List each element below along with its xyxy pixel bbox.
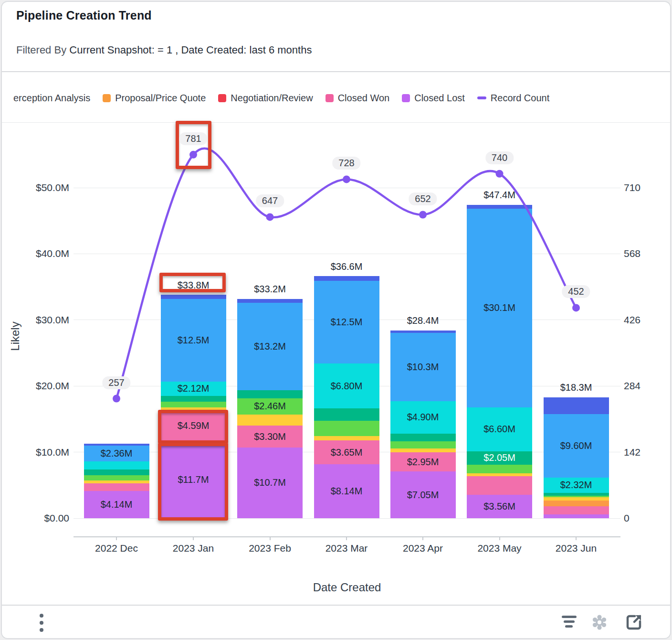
bar-total-label: $36.6M [314,260,379,273]
bar-segment-closed-won[interactable]: $2.95M [390,452,456,472]
bar-segment-perception-analysis[interactable] [237,415,303,426]
bar-segment-stage-darkblue[interactable] [161,295,226,299]
x-axis-tick [346,537,347,540]
bar-segment-stage-cyan[interactable]: $2.12M [161,382,226,395]
bar-segment-closed-won[interactable]: $3.30M [237,426,303,448]
bar-segment-closed-lost[interactable]: $3.56M [467,495,532,518]
bar-segment-stage-teal[interactable] [84,469,149,476]
right-axis-tick-label: 142 [624,447,640,458]
bar-total-label: $28.4M [390,315,456,327]
bar-segment-closed-lost[interactable]: $10.7M [237,448,303,518]
bar-segment-closed-won[interactable] [467,476,532,495]
bar-segment-closed-lost[interactable] [544,514,609,518]
y-axis-tick-label: $20.0M [16,380,69,392]
bar-segment-stage-blue[interactable]: $9.60M [544,414,609,478]
record-count-point[interactable] [266,213,274,221]
bar-segment-closed-won[interactable] [84,483,149,491]
bar-segment-stage-green[interactable] [544,496,609,497]
record-count-badge: 740 [485,151,514,164]
bar-total-label: $33.8M [161,279,226,291]
bar-segment-stage-green[interactable] [390,441,456,448]
bar-segment-stage-darkblue[interactable] [84,444,149,446]
record-count-point[interactable] [572,304,580,311]
bar-segment-stage-blue[interactable]: $30.1M [467,209,532,408]
segment-value-label: $4.90M [390,401,456,434]
bar-total-label: $33.2M [237,283,303,296]
settings-gear-icon[interactable] [591,614,608,631]
export-icon[interactable] [625,614,642,631]
bar-segment-closed-lost[interactable]: $7.05M [390,471,456,518]
segment-value-label: $4.14M [84,491,149,518]
segment-value-label: $10.3M [390,333,456,401]
bar-segment-stage-green[interactable] [161,402,226,407]
gridline-$40.0M [74,254,620,254]
x-axis-label-2023-Jan: 2023 Jan [155,543,231,554]
right-axis-tick-label: 0 [624,512,630,524]
bar-segment-closed-won[interactable] [544,506,609,514]
record-count-badge: 728 [332,157,360,170]
bar-segment-stage-teal[interactable] [161,396,226,402]
segment-value-label: $7.05M [390,471,456,518]
bar-segment-stage-darkblue[interactable] [237,299,303,303]
x-axis-tick [270,537,271,540]
segment-value-label: $6.80M [314,363,379,408]
bar-segment-closed-won[interactable]: $3.65M [314,440,379,465]
chart-plot-area: $0.00$10.0M$20.0M$30.0M$40.0M$50.0M01422… [2,2,671,639]
segment-value-label: $12.5M [161,299,226,382]
bar-segment-stage-darkblue[interactable] [467,205,532,209]
bar-segment-stage-blue[interactable]: $12.5M [161,299,226,382]
record-count-badge: 652 [409,192,437,205]
filter-icon[interactable] [560,614,578,631]
bar-segment-stage-darkblue[interactable] [544,397,609,414]
segment-value-label: $2.05M [467,451,532,465]
bar-segment-stage-teal[interactable] [237,390,303,398]
segment-value-label: $2.12M [161,382,226,395]
x-axis-tick [193,537,194,540]
record-count-point[interactable] [419,211,427,219]
segment-value-label: $10.7M [237,448,303,518]
bar-segment-perception-analysis[interactable] [390,448,456,452]
chart-card: Pipeline Creation Trend Filtered By Curr… [1,1,671,639]
bar-segment-stage-blue[interactable]: $2.36M [84,446,149,461]
bar-segment-stage-teal[interactable] [314,408,379,421]
bar-segment-stage-blue[interactable]: $10.3M [390,333,456,401]
x-axis-line [74,536,620,537]
bar-segment-stage-darkblue[interactable] [390,331,456,333]
bar-segment-stage-teal[interactable]: $2.05M [467,451,532,465]
segment-value-label: $9.60M [544,414,609,478]
bar-segment-stage-cyan[interactable]: $6.80M [314,363,379,408]
record-count-point[interactable] [113,395,120,403]
kebab-menu-icon[interactable] [34,609,49,636]
y-axis-tick-label: $30.0M [16,314,69,326]
segment-value-label: $6.60M [467,407,532,451]
bar-segment-closed-lost[interactable]: $4.14M [84,491,149,518]
bar-segment-stage-teal[interactable] [544,493,609,496]
bar-segment-perception-analysis[interactable] [467,473,532,476]
bar-segment-stage-green[interactable] [467,465,532,474]
record-count-point[interactable] [496,170,504,178]
bar-segment-proposal-price-quote[interactable] [544,501,609,506]
segment-value-label: $2.95M [390,452,456,472]
y-axis-tick-label: $0.00 [16,512,69,524]
bar-segment-stage-blue[interactable]: $13.2M [237,303,303,390]
bar-segment-perception-analysis[interactable] [544,497,609,501]
bar-segment-stage-cyan[interactable] [84,461,149,469]
bar-segment-perception-analysis[interactable] [84,480,149,483]
bar-segment-stage-green[interactable] [84,475,149,480]
bar-segment-stage-teal[interactable] [390,434,456,442]
segment-value-label: $2.46M [237,398,303,415]
bar-segment-stage-cyan[interactable]: $2.32M [544,478,609,493]
record-count-badge: 452 [562,285,590,298]
segment-value-label: $2.32M [544,478,609,493]
bar-segment-stage-cyan[interactable]: $6.60M [467,407,532,451]
bar-segment-stage-darkblue[interactable] [314,276,379,281]
bar-segment-stage-green[interactable]: $2.46M [237,398,303,415]
bar-segment-perception-analysis[interactable] [314,436,379,440]
bar-segment-stage-cyan[interactable]: $4.90M [390,401,456,434]
record-count-point[interactable] [343,175,350,183]
right-axis-tick-label: 568 [624,248,640,259]
bar-segment-stage-blue[interactable]: $12.5M [314,281,379,363]
bar-segment-closed-lost[interactable]: $8.14M [314,464,379,518]
bar-segment-stage-green[interactable] [314,421,379,436]
segment-value-label: $30.1M [467,209,532,408]
